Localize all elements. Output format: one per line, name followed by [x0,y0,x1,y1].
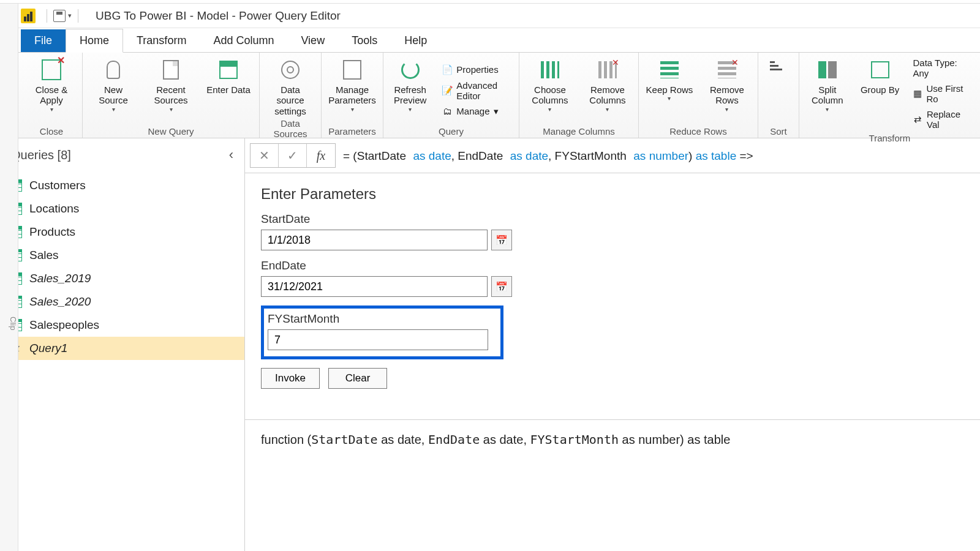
manage-parameters-icon [343,60,361,80]
data-source-settings-button[interactable]: Data source settings [266,56,315,116]
group-sort-label: Sort [764,124,793,137]
new-source-button[interactable]: New Source▾ [89,56,138,124]
remove-columns-button[interactable]: Remove Columns▾ [583,56,632,124]
query-item-label: Customers [29,179,86,192]
formula-cancel-button[interactable]: ✕ [251,144,279,167]
replace-values-button[interactable]: ⇄Replace Val [911,108,974,131]
manage-parameters-button[interactable]: Manage Parameters▾ [328,56,377,124]
fystartmonth-highlighted-group: FYStartMonth [261,305,503,359]
group-close-label: Close [27,124,76,137]
function-signature: function (StartDate as date, EndDate as … [245,419,980,459]
group-parameters-label: Parameters [328,124,377,137]
group-managecolumns-label: Manage Columns [526,124,632,137]
query-item-salespeoples[interactable]: Salespeoples [0,313,244,337]
recent-sources-icon [163,60,179,80]
split-column-icon [818,61,837,78]
separator [47,9,47,23]
queries-header: Queries [8] [11,148,71,162]
tab-home[interactable]: Home [66,29,123,53]
properties-button[interactable]: 📄Properties [439,63,513,77]
query-item-label: Salespeoples [29,318,99,332]
title-bar: ▾ UBG To Power BI - Model - Power Query … [0,4,980,28]
group-datasources-label: Data Sources [266,116,315,139]
save-icon[interactable] [53,10,66,22]
data-type-button[interactable]: Data Type: Any [911,56,974,80]
enter-data-icon [219,61,238,79]
clear-button[interactable]: Clear [328,368,387,389]
enddate-label: EndDate [261,259,964,272]
query-item-query1[interactable]: fxQuery1 [0,337,244,360]
sort-buttons[interactable] [764,56,793,124]
group-reducerows-label: Reduce Rows [645,124,752,137]
refresh-icon [401,61,420,79]
remove-columns-icon [598,61,617,78]
datasource-settings-icon [281,61,300,79]
use-first-row-button[interactable]: ▦Use First Ro [911,82,974,105]
close-apply-button[interactable]: Close & Apply▾ [27,56,76,124]
window-title: UBG To Power BI - Model - Power Query Ed… [96,9,341,23]
startdate-calendar-icon[interactable]: 📅 [491,230,512,250]
fystartmonth-label: FYStartMonth [268,312,496,326]
queries-list: CustomersLocationsProductsSalesSales_201… [0,171,244,362]
keep-rows-icon [660,61,679,78]
close-apply-icon [42,59,61,80]
query-item-sales_2019[interactable]: Sales_2019 [0,267,244,290]
enter-parameters-panel: Enter Parameters StartDate 📅 EndDate 📅 F… [245,173,980,401]
collapse-queries-icon[interactable]: ‹ [229,147,233,163]
formula-commit-button[interactable]: ✓ [279,144,307,167]
ribbon-tabstrip: File Home Transform Add Column View Tool… [0,28,980,53]
properties-icon: 📄 [442,64,453,75]
choose-columns-icon [541,61,559,78]
formula-text[interactable]: = (StartDate as date, EndDate as date, F… [336,149,975,163]
manage-icon: 🗂 [442,106,453,117]
query-item-label: Sales [29,249,59,262]
advanced-editor-icon: 📝 [442,85,453,96]
tab-file[interactable]: File [21,29,66,52]
qat-dropdown-icon[interactable]: ▾ [68,12,72,20]
group-by-button[interactable]: Group By [858,56,902,131]
query-item-sales_2020[interactable]: Sales_2020 [0,290,244,313]
query-item-label: Products [29,225,75,239]
ribbon: Close & Apply▾ Close New Source▾ Recent … [0,53,980,138]
enddate-calendar-icon[interactable]: 📅 [491,276,512,297]
remove-rows-icon [718,61,736,78]
content-pane: ✕ ✓ fx = (StartDate as date, EndDate as … [245,138,980,551]
query-item-label: Sales_2020 [29,295,91,309]
refresh-preview-button[interactable]: Refresh Preview▾ [390,56,431,124]
enddate-input[interactable] [261,276,488,297]
first-row-icon: ▦ [913,88,923,99]
formula-bar: ✕ ✓ fx = (StartDate as date, EndDate as … [245,138,980,173]
group-query-label: Query [390,124,513,137]
query-item-sales[interactable]: Sales [0,244,244,267]
tab-transform[interactable]: Transform [123,29,200,52]
remove-rows-button[interactable]: Remove Rows▾ [703,56,752,124]
startdate-input[interactable] [261,230,488,250]
query-item-customers[interactable]: Customers [0,174,244,197]
sort-icon [770,61,787,78]
manage-query-button[interactable]: 🗂Manage ▾ [439,105,513,118]
query-item-label: Query1 [29,342,67,355]
formula-fx-icon[interactable]: fx [307,144,335,167]
tab-help[interactable]: Help [391,29,440,52]
advanced-editor-button[interactable]: 📝Advanced Editor [439,79,513,102]
keep-rows-button[interactable]: Keep Rows▾ [645,56,694,124]
query-item-label: Locations [29,202,79,216]
choose-columns-button[interactable]: Choose Columns▾ [526,56,575,124]
query-item-locations[interactable]: Locations [0,197,244,220]
tab-add-column[interactable]: Add Column [200,29,287,52]
startdate-label: StartDate [261,212,964,226]
enter-data-button[interactable]: Enter Data [204,56,253,124]
query-item-products[interactable]: Products [0,220,244,244]
fystartmonth-input[interactable] [268,329,488,350]
new-source-icon [107,61,120,79]
queries-pane: Queries [8] ‹ CustomersLocationsProducts… [0,138,245,551]
tab-view[interactable]: View [287,29,338,52]
group-newquery-label: New Query [89,124,253,137]
split-column-button[interactable]: Split Column▾ [805,56,850,131]
recent-sources-button[interactable]: Recent Sources▾ [146,56,195,124]
group-by-icon [871,61,889,78]
clipboard-pane-edge: Clip [0,4,18,551]
powerbi-logo-icon [21,9,36,23]
invoke-button[interactable]: Invoke [261,368,320,389]
tab-tools[interactable]: Tools [338,29,391,52]
